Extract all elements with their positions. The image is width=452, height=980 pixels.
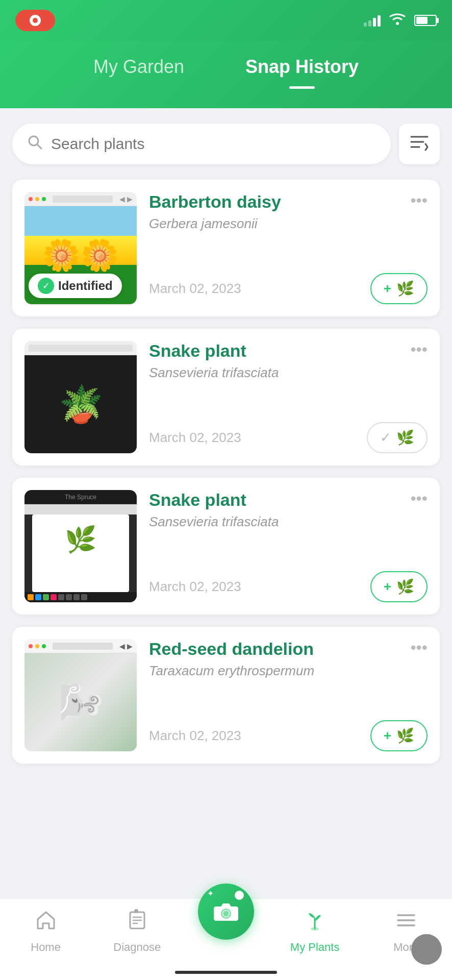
- plant-scientific-name: Taraxacum erythrospermum: [149, 663, 314, 679]
- search-icon: [27, 134, 43, 154]
- svg-point-14: [311, 927, 319, 930]
- search-input-wrapper[interactable]: [12, 124, 391, 164]
- plant-common-name: Red-seed dandelion: [149, 639, 314, 659]
- plant-common-name: Barberton daisy: [149, 192, 281, 212]
- add-to-garden-button[interactable]: + 🌿: [370, 273, 428, 304]
- plant-image-snake-plant-1[interactable]: 🪴: [24, 341, 137, 453]
- plant-names: Snake plant Sansevieria trifasciata: [149, 341, 279, 391]
- plant-date: March 02, 2023: [149, 281, 241, 297]
- plant-leaf-icon: 🌿: [396, 280, 414, 297]
- more-options-button[interactable]: •••: [410, 341, 428, 357]
- add-to-garden-button[interactable]: + 🌿: [370, 720, 428, 751]
- recording-dot-icon: [30, 15, 41, 26]
- plant-date: March 02, 2023: [149, 430, 241, 446]
- sort-button[interactable]: [399, 124, 440, 164]
- plant-image-snake-plant-2[interactable]: The Spruce 🌿: [24, 490, 137, 602]
- battery-icon: [414, 15, 437, 26]
- identified-check-icon: ✓: [38, 278, 54, 294]
- card-content-snake-plant-2: Snake plant Sansevieria trifasciata ••• …: [149, 490, 428, 602]
- sort-icon: [409, 133, 430, 155]
- nav-item-my-plants[interactable]: My Plants: [284, 909, 345, 954]
- signal-bar-3: [373, 18, 376, 27]
- status-bar: [0, 0, 452, 41]
- nav-item-diagnose[interactable]: Diagnose: [107, 909, 168, 954]
- plant-leaf-icon: 🌿: [396, 429, 414, 446]
- signal-bar-4: [378, 15, 381, 27]
- plant-leaf-icon: 🌿: [396, 578, 414, 595]
- more-options-button[interactable]: •••: [410, 192, 428, 208]
- plant-card: ◀ ▶ 🌼🌼 ✓ Identified Barberton daisy Gerb…: [12, 180, 440, 316]
- plant-image-barberton-daisy[interactable]: ◀ ▶ 🌼🌼 ✓ Identified: [24, 192, 137, 304]
- plant-card: The Spruce 🌿: [12, 478, 440, 615]
- recording-pill: [15, 10, 55, 31]
- card-content-snake-plant-1: Snake plant Sansevieria trifasciata ••• …: [149, 341, 428, 453]
- plant-date: March 02, 2023: [149, 579, 241, 595]
- search-input[interactable]: [51, 135, 376, 153]
- nav-label-home: Home: [31, 941, 61, 954]
- battery-fill: [416, 17, 428, 24]
- svg-point-0: [396, 22, 399, 25]
- plant-scientific-name: Sansevieria trifasciata: [149, 365, 279, 381]
- plant-common-name: Snake plant: [149, 341, 279, 361]
- plant-scientific-name: Sansevieria trifasciata: [149, 514, 279, 530]
- bottom-nav: Home Diagnose ✦: [0, 898, 452, 980]
- nav-item-camera[interactable]: ✦: [198, 884, 254, 940]
- plant-names: Barberton daisy Gerbera jamesonii: [149, 192, 281, 242]
- plant-card: 🪴 Snake plant Sansevieria trifasciata ••…: [12, 329, 440, 465]
- signal-bar-2: [368, 20, 371, 27]
- add-to-garden-button[interactable]: + 🌿: [370, 571, 428, 602]
- search-container: [12, 124, 440, 164]
- card-content-barberton-daisy: Barberton daisy Gerbera jamesonii ••• Ma…: [149, 192, 428, 304]
- plant-date: March 02, 2023: [149, 728, 241, 744]
- card-content-dandelion: Red-seed dandelion Taraxacum erythrosper…: [149, 639, 428, 751]
- added-to-garden-button[interactable]: ✓ 🌿: [367, 422, 428, 453]
- my-plants-icon: [304, 909, 326, 937]
- more-icon: [395, 909, 417, 937]
- plant-card: ◀ ▶ 🌬️ Red-seed dandelion Taraxacum eryt…: [12, 627, 440, 764]
- plant-image-dandelion[interactable]: ◀ ▶ 🌬️: [24, 639, 137, 751]
- plant-scientific-name: Gerbera jamesonii: [149, 216, 281, 232]
- nav-item-home[interactable]: Home: [15, 909, 77, 954]
- tab-my-garden[interactable]: My Garden: [93, 51, 184, 83]
- nav-label-diagnose: Diagnose: [113, 941, 161, 954]
- svg-point-12: [223, 911, 229, 916]
- plant-leaf-icon: 🌿: [396, 727, 414, 744]
- svg-point-13: [231, 907, 234, 910]
- tab-snap-history[interactable]: Snap History: [245, 51, 359, 83]
- plant-names: Red-seed dandelion Taraxacum erythrosper…: [149, 639, 314, 689]
- signal-bar-1: [364, 22, 367, 27]
- svg-point-10: [134, 909, 138, 913]
- status-bar-right: [364, 12, 437, 29]
- plant-common-name: Snake plant: [149, 490, 279, 510]
- header-nav: My Garden Snap History: [0, 41, 452, 108]
- svg-line-2: [37, 144, 41, 149]
- more-options-button[interactable]: •••: [410, 639, 428, 655]
- assistive-touch-button[interactable]: [411, 934, 442, 965]
- main-content: ◀ ▶ 🌼🌼 ✓ Identified Barberton daisy Gerb…: [0, 108, 452, 904]
- home-indicator: [175, 971, 277, 974]
- plant-names: Snake plant Sansevieria trifasciata: [149, 490, 279, 540]
- sparkle-icon: ✦: [207, 889, 214, 898]
- status-bar-left: [15, 10, 55, 31]
- nav-label-my-plants: My Plants: [290, 941, 340, 954]
- camera-button[interactable]: ✦: [198, 884, 254, 940]
- wifi-icon: [388, 12, 407, 29]
- more-options-button[interactable]: •••: [410, 490, 428, 506]
- signal-strength-icon: [364, 14, 381, 27]
- checkmark-icon: ✓: [380, 430, 391, 446]
- home-icon: [35, 909, 57, 937]
- diagnose-icon: [126, 909, 148, 937]
- identified-badge: ✓ Identified: [29, 274, 122, 298]
